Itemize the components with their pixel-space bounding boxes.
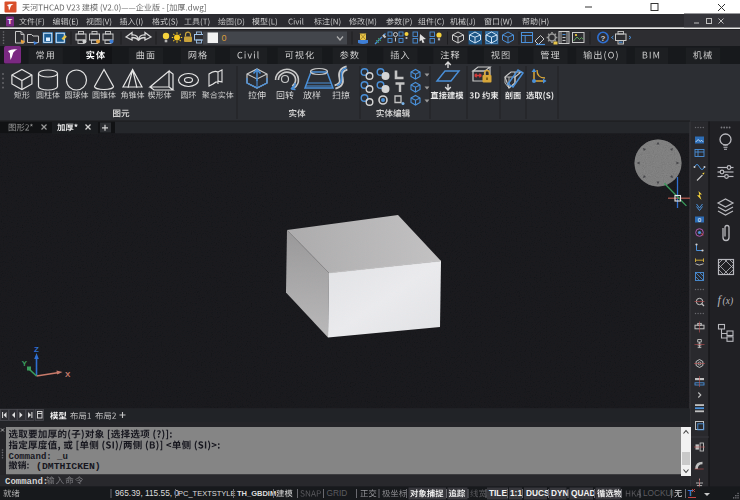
svg-text:DUCS: DUCS bbox=[526, 488, 550, 498]
svg-text:X: X bbox=[65, 370, 71, 379]
svg-text:QUAD: QUAD bbox=[571, 488, 595, 498]
svg-text:GRID: GRID bbox=[327, 488, 348, 498]
svg-text:PC_TEXTSTYLE: PC_TEXTSTYLE bbox=[178, 489, 236, 498]
svg-text:TH_GBDIM: TH_GBDIM bbox=[237, 489, 276, 498]
svg-text:T: T bbox=[8, 17, 13, 26]
svg-text:(DMTHICKEN): (DMTHICKEN) bbox=[36, 461, 101, 472]
svg-text:Z: Z bbox=[34, 345, 39, 354]
svg-text:Command:: Command: bbox=[5, 477, 48, 487]
svg-text:(x): (x) bbox=[723, 296, 734, 307]
svg-text:965.39, 115.55, 0: 965.39, 115.55, 0 bbox=[115, 488, 179, 498]
svg-text:?: ? bbox=[601, 34, 606, 43]
svg-text:0: 0 bbox=[222, 33, 227, 43]
svg-text:LOCKUI: LOCKUI bbox=[643, 488, 674, 498]
svg-text:Y: Y bbox=[22, 359, 28, 368]
svg-text:DYN: DYN bbox=[551, 488, 569, 498]
svg-text:1:1: 1:1 bbox=[510, 488, 522, 498]
svg-text:TILE: TILE bbox=[489, 488, 507, 498]
